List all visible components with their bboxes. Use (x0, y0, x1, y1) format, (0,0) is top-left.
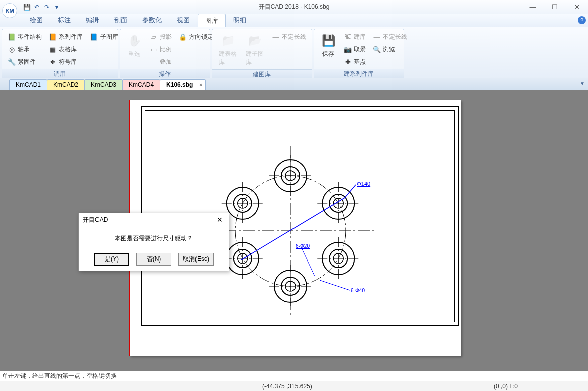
app-icon[interactable]: KM (2, 3, 17, 18)
document-tabs: KmCAD1 KmCAD2 KmCAD3 KmCAD4 K106.sbg× ▼ (0, 78, 588, 90)
btn-build-lib: 🏗建库 (341, 31, 368, 43)
book-green-icon: 📗 (8, 33, 16, 41)
menu-annotate[interactable]: 标注 (50, 13, 78, 27)
search-icon: 🔍 (373, 46, 381, 54)
doc-tab[interactable]: KmCAD2 (47, 79, 85, 90)
btn-save[interactable]: 💾保存 (317, 31, 339, 60)
btn-build-subgraph-lib: 📂建子图库 (242, 31, 267, 68)
build-icon: 🏗 (344, 33, 352, 41)
group-label: 建系列件库 (314, 69, 404, 79)
svg-text:Φ140: Φ140 (357, 181, 370, 187)
btn-indef-line-2: —不定长线 (370, 31, 410, 43)
line-icon: — (272, 33, 280, 41)
qat-undo-icon[interactable]: ↶ (32, 3, 41, 12)
svg-line-9 (345, 185, 356, 198)
dialog-message: 本图是否需要进行尺寸驱动？ (84, 234, 224, 243)
line-icon: — (373, 33, 381, 41)
book-orange-icon: 📙 (49, 33, 57, 41)
svg-line-13 (320, 280, 350, 290)
save-icon: 💾 (320, 33, 336, 49)
doc-tab[interactable]: KmCAD4 (122, 79, 160, 90)
svg-text:6-Φ40: 6-Φ40 (351, 288, 365, 293)
dialog-titlebar[interactable]: 开目CAD ✕ (79, 213, 229, 226)
title-bar: KM 💾 ↶ ↷ ▾ 开目CAD 2018 - K106.sbg — ☐ ✕ (0, 0, 588, 14)
btn-projection: ▱投影 (147, 31, 174, 43)
folder-icon: 📁 (220, 33, 236, 49)
svg-line-11 (301, 246, 315, 276)
group-label: 操作 (120, 69, 210, 79)
lock-icon: 🔒 (179, 33, 187, 41)
dialog-yes-button[interactable]: 是(Y) (94, 253, 129, 266)
btn-part-structure[interactable]: 📗零件结构 (5, 31, 44, 43)
ribbon-group-series: 💾保存 🏗建库 —不定长线 📷取景 🔍浏览 ✚基点 建系列件库 (314, 29, 404, 78)
camera-icon: 📷 (344, 46, 352, 54)
minimize-button[interactable]: — (522, 0, 544, 14)
doc-tab[interactable]: KmCAD3 (84, 79, 123, 90)
status-coordinates: (-44.375 ,315.625) (262, 383, 312, 390)
projection-icon: ▱ (150, 33, 158, 41)
btn-table-lib[interactable]: ▦表格库 (46, 44, 85, 55)
symbol-icon: ❖ (49, 58, 57, 66)
menu-detail[interactable]: 明细 (226, 13, 254, 27)
tab-close-icon[interactable]: × (199, 82, 202, 88)
btn-bearing[interactable]: ◎轴承 (5, 44, 44, 55)
qat-save-icon[interactable]: 💾 (22, 3, 31, 12)
menu-edit[interactable]: 编辑 (78, 13, 107, 27)
close-button[interactable]: ✕ (566, 0, 588, 14)
svg-line-8 (241, 198, 345, 260)
hand-icon: ✋ (126, 33, 142, 49)
ribbon-group-buildlib: 📁建表格库 📂建子图库 —不定长线 建图库 (212, 29, 312, 78)
menu-bar: 绘图 标注 编辑 剖面 参数化 视图 图库 明细 ? (0, 14, 588, 27)
overlay-icon: ≣ (150, 58, 158, 66)
menu-parametric[interactable]: 参数化 (135, 13, 169, 27)
quick-access-toolbar: 💾 ↶ ↷ ▾ (22, 3, 61, 12)
btn-indef-line-1: —不定长线 (269, 31, 309, 43)
dialog-cancel-button[interactable]: 取消(Esc) (178, 253, 214, 266)
btn-symbol-lib[interactable]: ❖符号库 (46, 56, 85, 68)
tabs-dropdown-icon[interactable]: ▼ (580, 81, 585, 86)
status-ortho: (0 ,0) L:0 (494, 383, 518, 390)
menu-view[interactable]: 视图 (169, 13, 198, 27)
qat-dropdown-icon[interactable]: ▾ (52, 3, 61, 12)
canvas-area[interactable]: Φ140 6-Φ20 6-Φ40 开目CAD ✕ 本图是否需要进行尺寸驱动？ 是… (0, 90, 588, 371)
doc-tab-active[interactable]: K106.sbg× (160, 79, 206, 90)
group-label: 调用 (2, 69, 118, 79)
group-label: 建图库 (212, 69, 312, 79)
bearing-icon: ◎ (8, 46, 16, 54)
btn-browse[interactable]: 🔍浏览 (370, 44, 398, 55)
btn-series-lib[interactable]: 📙系列件库 (46, 31, 85, 43)
svg-text:6-Φ20: 6-Φ20 (296, 243, 310, 249)
btn-fastener[interactable]: 🔧紧固件 (5, 56, 44, 68)
ribbon-group-call: 📗零件结构 ◎轴承 🔧紧固件 📙系列件库 ▦表格库 ❖符号库 📘子图库 调用 (2, 29, 118, 78)
btn-direction-lock[interactable]: 🔒方向锁定 (176, 31, 216, 43)
status-bar: (-44.375 ,315.625) (0 ,0) L:0 (0, 381, 588, 391)
btn-subgraph-lib[interactable]: 📘子图库 (87, 31, 121, 43)
window-buttons: — ☐ ✕ (522, 0, 588, 14)
cross-icon: ✚ (344, 58, 352, 66)
window-title: 开目CAD 2018 - K106.sbg (0, 3, 588, 11)
qat-redo-icon[interactable]: ↷ (42, 3, 51, 12)
ribbon-group-operate: ✋重选 ▱投影 🔒方向锁定 ▭比例 ≣叠加 操作 (120, 29, 210, 78)
help-icon[interactable]: ? (578, 16, 586, 24)
btn-basepoint[interactable]: ✚基点 (341, 56, 410, 68)
table-icon: ▦ (49, 46, 57, 54)
menu-draw[interactable]: 绘图 (22, 13, 50, 27)
menu-library[interactable]: 图库 (198, 14, 226, 27)
book-blue-icon: 📘 (90, 33, 98, 41)
btn-reselect: ✋重选 (123, 31, 145, 60)
maximize-button[interactable]: ☐ (544, 0, 566, 14)
dialog-no-button[interactable]: 否(N) (136, 253, 171, 266)
command-line[interactable]: 单击左键，给出直线的第一点，空格键切换 (0, 371, 588, 381)
menu-section[interactable]: 剖面 (107, 13, 135, 27)
doc-tab[interactable]: KmCAD1 (9, 79, 47, 90)
scale-icon: ▭ (150, 46, 158, 54)
wrench-icon: 🔧 (8, 58, 16, 66)
confirm-dialog: 开目CAD ✕ 本图是否需要进行尺寸驱动？ 是(Y) 否(N) 取消(Esc) (78, 213, 229, 271)
btn-scale: ▭比例 (147, 44, 216, 55)
dialog-title: 开目CAD (83, 216, 108, 224)
btn-overlay: ≣叠加 (147, 56, 216, 68)
ribbon: 📗零件结构 ◎轴承 🔧紧固件 📙系列件库 ▦表格库 ❖符号库 📘子图库 调用 ✋… (0, 27, 588, 78)
btn-build-table-lib: 📁建表格库 (215, 31, 240, 68)
btn-capture[interactable]: 📷取景 (341, 44, 368, 55)
dialog-close-icon[interactable]: ✕ (215, 215, 225, 225)
